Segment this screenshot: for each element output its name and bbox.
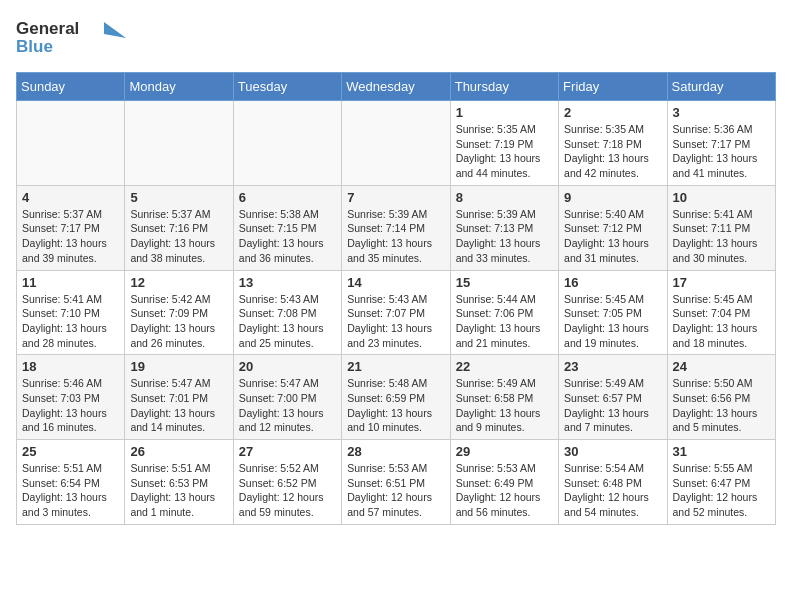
day-info: Sunrise: 5:49 AM Sunset: 6:57 PM Dayligh… — [564, 376, 661, 435]
day-info: Sunrise: 5:41 AM Sunset: 7:10 PM Dayligh… — [22, 292, 119, 351]
day-header-friday: Friday — [559, 73, 667, 101]
calendar-cell: 5Sunrise: 5:37 AM Sunset: 7:16 PM Daylig… — [125, 185, 233, 270]
day-number: 28 — [347, 444, 444, 459]
calendar-cell: 18Sunrise: 5:46 AM Sunset: 7:03 PM Dayli… — [17, 355, 125, 440]
calendar-header: SundayMondayTuesdayWednesdayThursdayFrid… — [17, 73, 776, 101]
calendar-cell: 6Sunrise: 5:38 AM Sunset: 7:15 PM Daylig… — [233, 185, 341, 270]
calendar-cell: 2Sunrise: 5:35 AM Sunset: 7:18 PM Daylig… — [559, 101, 667, 186]
calendar-cell — [17, 101, 125, 186]
day-number: 23 — [564, 359, 661, 374]
calendar-cell: 14Sunrise: 5:43 AM Sunset: 7:07 PM Dayli… — [342, 270, 450, 355]
day-info: Sunrise: 5:40 AM Sunset: 7:12 PM Dayligh… — [564, 207, 661, 266]
calendar-cell: 11Sunrise: 5:41 AM Sunset: 7:10 PM Dayli… — [17, 270, 125, 355]
day-info: Sunrise: 5:35 AM Sunset: 7:18 PM Dayligh… — [564, 122, 661, 181]
calendar-cell: 20Sunrise: 5:47 AM Sunset: 7:00 PM Dayli… — [233, 355, 341, 440]
day-number: 24 — [673, 359, 770, 374]
day-number: 14 — [347, 275, 444, 290]
calendar-cell: 7Sunrise: 5:39 AM Sunset: 7:14 PM Daylig… — [342, 185, 450, 270]
day-info: Sunrise: 5:53 AM Sunset: 6:51 PM Dayligh… — [347, 461, 444, 520]
page-header: GeneralBlue — [16, 16, 776, 60]
calendar-cell: 10Sunrise: 5:41 AM Sunset: 7:11 PM Dayli… — [667, 185, 775, 270]
day-number: 10 — [673, 190, 770, 205]
day-number: 21 — [347, 359, 444, 374]
calendar-table: SundayMondayTuesdayWednesdayThursdayFrid… — [16, 72, 776, 525]
calendar-cell: 29Sunrise: 5:53 AM Sunset: 6:49 PM Dayli… — [450, 440, 558, 525]
calendar-cell: 28Sunrise: 5:53 AM Sunset: 6:51 PM Dayli… — [342, 440, 450, 525]
calendar-cell: 8Sunrise: 5:39 AM Sunset: 7:13 PM Daylig… — [450, 185, 558, 270]
day-info: Sunrise: 5:51 AM Sunset: 6:54 PM Dayligh… — [22, 461, 119, 520]
calendar-cell: 23Sunrise: 5:49 AM Sunset: 6:57 PM Dayli… — [559, 355, 667, 440]
day-number: 22 — [456, 359, 553, 374]
day-info: Sunrise: 5:47 AM Sunset: 7:00 PM Dayligh… — [239, 376, 336, 435]
day-header-saturday: Saturday — [667, 73, 775, 101]
calendar-cell: 17Sunrise: 5:45 AM Sunset: 7:04 PM Dayli… — [667, 270, 775, 355]
day-number: 8 — [456, 190, 553, 205]
day-header-sunday: Sunday — [17, 73, 125, 101]
day-number: 25 — [22, 444, 119, 459]
day-info: Sunrise: 5:37 AM Sunset: 7:16 PM Dayligh… — [130, 207, 227, 266]
calendar-cell: 3Sunrise: 5:36 AM Sunset: 7:17 PM Daylig… — [667, 101, 775, 186]
calendar-week-5: 25Sunrise: 5:51 AM Sunset: 6:54 PM Dayli… — [17, 440, 776, 525]
day-number: 29 — [456, 444, 553, 459]
day-info: Sunrise: 5:44 AM Sunset: 7:06 PM Dayligh… — [456, 292, 553, 351]
day-info: Sunrise: 5:49 AM Sunset: 6:58 PM Dayligh… — [456, 376, 553, 435]
svg-marker-0 — [104, 22, 126, 38]
day-info: Sunrise: 5:54 AM Sunset: 6:48 PM Dayligh… — [564, 461, 661, 520]
day-number: 13 — [239, 275, 336, 290]
day-number: 17 — [673, 275, 770, 290]
day-info: Sunrise: 5:37 AM Sunset: 7:17 PM Dayligh… — [22, 207, 119, 266]
day-number: 12 — [130, 275, 227, 290]
day-number: 4 — [22, 190, 119, 205]
day-header-wednesday: Wednesday — [342, 73, 450, 101]
calendar-cell: 15Sunrise: 5:44 AM Sunset: 7:06 PM Dayli… — [450, 270, 558, 355]
day-number: 18 — [22, 359, 119, 374]
day-info: Sunrise: 5:50 AM Sunset: 6:56 PM Dayligh… — [673, 376, 770, 435]
day-number: 11 — [22, 275, 119, 290]
day-header-row: SundayMondayTuesdayWednesdayThursdayFrid… — [17, 73, 776, 101]
day-number: 30 — [564, 444, 661, 459]
calendar-cell — [125, 101, 233, 186]
day-number: 31 — [673, 444, 770, 459]
day-info: Sunrise: 5:55 AM Sunset: 6:47 PM Dayligh… — [673, 461, 770, 520]
day-info: Sunrise: 5:51 AM Sunset: 6:53 PM Dayligh… — [130, 461, 227, 520]
day-number: 19 — [130, 359, 227, 374]
day-header-thursday: Thursday — [450, 73, 558, 101]
day-number: 20 — [239, 359, 336, 374]
calendar-cell: 1Sunrise: 5:35 AM Sunset: 7:19 PM Daylig… — [450, 101, 558, 186]
day-info: Sunrise: 5:43 AM Sunset: 7:08 PM Dayligh… — [239, 292, 336, 351]
svg-text:Blue: Blue — [16, 37, 53, 56]
calendar-week-4: 18Sunrise: 5:46 AM Sunset: 7:03 PM Dayli… — [17, 355, 776, 440]
calendar-cell: 27Sunrise: 5:52 AM Sunset: 6:52 PM Dayli… — [233, 440, 341, 525]
calendar-cell: 9Sunrise: 5:40 AM Sunset: 7:12 PM Daylig… — [559, 185, 667, 270]
day-number: 16 — [564, 275, 661, 290]
logo: GeneralBlue — [16, 16, 126, 60]
day-info: Sunrise: 5:42 AM Sunset: 7:09 PM Dayligh… — [130, 292, 227, 351]
calendar-cell: 12Sunrise: 5:42 AM Sunset: 7:09 PM Dayli… — [125, 270, 233, 355]
calendar-cell: 4Sunrise: 5:37 AM Sunset: 7:17 PM Daylig… — [17, 185, 125, 270]
day-info: Sunrise: 5:52 AM Sunset: 6:52 PM Dayligh… — [239, 461, 336, 520]
day-info: Sunrise: 5:35 AM Sunset: 7:19 PM Dayligh… — [456, 122, 553, 181]
day-number: 15 — [456, 275, 553, 290]
calendar-body: 1Sunrise: 5:35 AM Sunset: 7:19 PM Daylig… — [17, 101, 776, 525]
calendar-week-2: 4Sunrise: 5:37 AM Sunset: 7:17 PM Daylig… — [17, 185, 776, 270]
day-number: 26 — [130, 444, 227, 459]
day-info: Sunrise: 5:46 AM Sunset: 7:03 PM Dayligh… — [22, 376, 119, 435]
logo-svg: GeneralBlue — [16, 16, 126, 60]
calendar-cell: 31Sunrise: 5:55 AM Sunset: 6:47 PM Dayli… — [667, 440, 775, 525]
day-info: Sunrise: 5:45 AM Sunset: 7:04 PM Dayligh… — [673, 292, 770, 351]
calendar-cell: 30Sunrise: 5:54 AM Sunset: 6:48 PM Dayli… — [559, 440, 667, 525]
calendar-cell — [342, 101, 450, 186]
calendar-cell: 25Sunrise: 5:51 AM Sunset: 6:54 PM Dayli… — [17, 440, 125, 525]
day-info: Sunrise: 5:45 AM Sunset: 7:05 PM Dayligh… — [564, 292, 661, 351]
calendar-cell: 13Sunrise: 5:43 AM Sunset: 7:08 PM Dayli… — [233, 270, 341, 355]
day-number: 2 — [564, 105, 661, 120]
day-info: Sunrise: 5:47 AM Sunset: 7:01 PM Dayligh… — [130, 376, 227, 435]
calendar-cell: 22Sunrise: 5:49 AM Sunset: 6:58 PM Dayli… — [450, 355, 558, 440]
day-number: 9 — [564, 190, 661, 205]
day-number: 6 — [239, 190, 336, 205]
svg-text:General: General — [16, 19, 79, 38]
day-number: 1 — [456, 105, 553, 120]
day-info: Sunrise: 5:36 AM Sunset: 7:17 PM Dayligh… — [673, 122, 770, 181]
calendar-cell: 16Sunrise: 5:45 AM Sunset: 7:05 PM Dayli… — [559, 270, 667, 355]
day-info: Sunrise: 5:48 AM Sunset: 6:59 PM Dayligh… — [347, 376, 444, 435]
